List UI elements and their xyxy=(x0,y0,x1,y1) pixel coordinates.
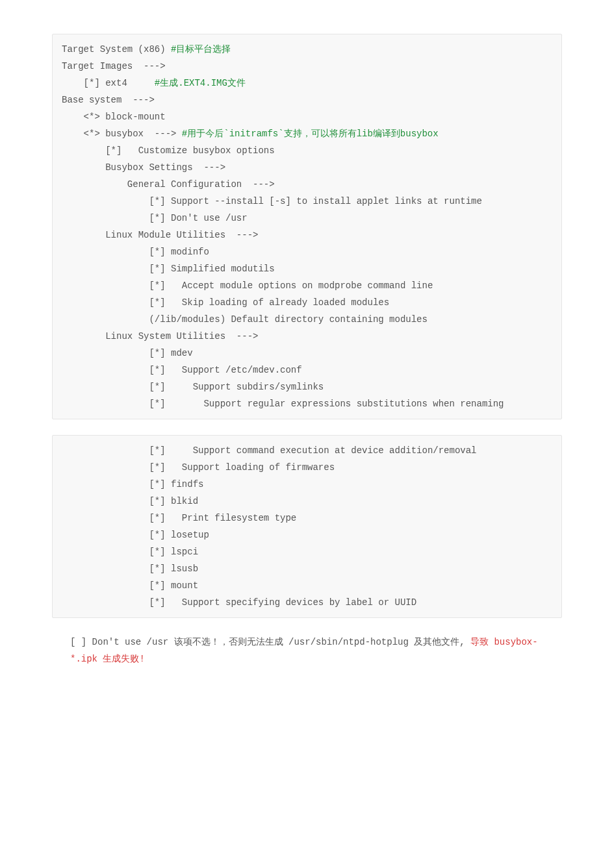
note-text: [ ] Don't use /usr 该项不选！，否则无法生成 /usr/sbi… xyxy=(70,637,470,647)
cfg-line: [*] Support --install [-s] to install ap… xyxy=(62,196,482,206)
cfg-line: [*] Support regular expressions substitu… xyxy=(62,399,504,409)
code-block-1: Target System (x86) #目标平台选择 Target Image… xyxy=(52,34,562,419)
cfg-line: [*] Skip loading of already loaded modul… xyxy=(62,297,389,308)
cfg-line: [*] findfs xyxy=(62,479,203,490)
cfg-comment: #用于今后`initramfs`支持，可以将所有lib编译到busybox xyxy=(182,129,439,139)
cfg-line: Target System (x86) xyxy=(62,44,171,55)
cfg-line: [*] Support subdirs/symlinks xyxy=(62,382,324,392)
cfg-line: [*] mdev xyxy=(62,348,193,358)
cfg-line: [*] Customize busybox options xyxy=(62,145,275,156)
cfg-line: [*] blkid xyxy=(62,496,198,506)
cfg-line: [*] lsusb xyxy=(62,564,198,574)
cfg-line: [*] losetup xyxy=(62,530,209,540)
cfg-line: [*] Support loading of firmwares xyxy=(62,462,335,473)
cfg-line: [*] Support /etc/mdev.conf xyxy=(62,365,302,375)
cfg-line: [*] Print filesystem type xyxy=(62,513,296,523)
cfg-line: (/lib/modules) Default directory contain… xyxy=(62,314,428,325)
cfg-line: Busybox Settings ---> xyxy=(62,162,225,173)
note-paragraph: [ ] Don't use /usr 该项不选！，否则无法生成 /usr/sbi… xyxy=(52,634,562,667)
cfg-line: <*> block-mount xyxy=(62,112,166,122)
cfg-line: [*] Support specifying devices by label … xyxy=(62,597,416,608)
cfg-line: Base system ---> xyxy=(62,95,155,105)
cfg-line: <*> busybox ---> xyxy=(62,129,182,139)
cfg-line: [*] Simplified modutils xyxy=(62,264,275,274)
cfg-line: Linux Module Utilities ---> xyxy=(62,230,258,240)
cfg-comment: #目标平台选择 xyxy=(171,44,231,55)
cfg-line: [*] modinfo xyxy=(62,247,209,257)
cfg-line: Target Images ---> xyxy=(62,61,166,71)
cfg-line: [*] Support command execution at device … xyxy=(62,445,477,456)
cfg-line: Linux System Utilities ---> xyxy=(62,331,258,341)
cfg-comment: #生成.EXT4.IMG文件 xyxy=(155,78,246,88)
cfg-line: [*] Don't use /usr xyxy=(62,213,248,223)
cfg-line: [*] ext4 xyxy=(62,78,155,88)
cfg-line: [*] Accept module options on modprobe co… xyxy=(62,280,433,291)
cfg-line: [*] lspci xyxy=(62,547,198,557)
code-block-2: [*] Support command execution at device … xyxy=(52,435,562,618)
cfg-line: General Configuration ---> xyxy=(62,179,275,190)
cfg-line: [*] mount xyxy=(62,580,198,591)
